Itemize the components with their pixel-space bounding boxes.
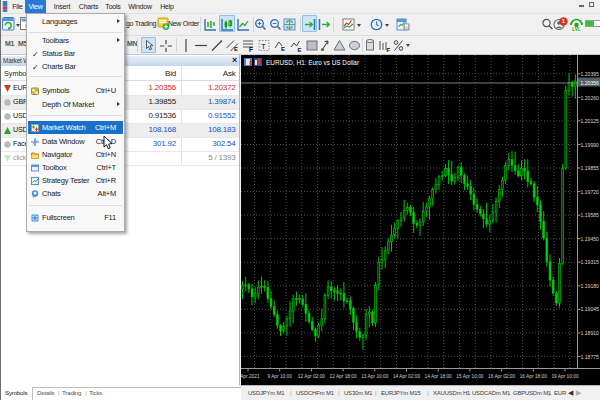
svg-text:1.19855: 1.19855 <box>581 165 600 171</box>
svg-text:1.20356: 1.20356 <box>581 80 600 86</box>
svg-text:8 Apr 2021: 8 Apr 2021 <box>241 374 260 379</box>
svg-text:T: T <box>261 42 266 51</box>
svg-text:1.19990: 1.19990 <box>581 142 600 148</box>
svg-text:1.20395: 1.20395 <box>581 71 600 77</box>
svg-text:19 Apr 10:00: 19 Apr 10:00 <box>551 374 579 379</box>
svg-text:E: E <box>298 47 302 53</box>
svg-text:1.19180: 1.19180 <box>581 283 600 289</box>
svg-text:1.19315: 1.19315 <box>581 259 600 265</box>
svg-text:15 Apr 10:00: 15 Apr 10:00 <box>456 374 484 379</box>
svg-text:1.20125: 1.20125 <box>581 118 600 124</box>
svg-text:12 Apr 02:00: 12 Apr 02:00 <box>298 374 326 379</box>
svg-text:1.20260: 1.20260 <box>581 95 600 101</box>
svg-text:1.19045: 1.19045 <box>581 306 600 312</box>
svg-text:F: F <box>249 46 253 53</box>
svg-text:13 Apr 10:00: 13 Apr 10:00 <box>361 374 389 379</box>
svg-text:1.19720: 1.19720 <box>581 189 600 195</box>
svg-text:12 Apr 18:00: 12 Apr 18:00 <box>329 374 357 379</box>
svg-text:16 Apr 02:00: 16 Apr 02:00 <box>488 374 516 379</box>
svg-text:9 Apr 10:00: 9 Apr 10:00 <box>267 374 292 379</box>
svg-text:EURUSD, H1: Euro vs US Dollar: EURUSD, H1: Euro vs US Dollar <box>266 59 360 66</box>
svg-text:14 Apr 02:00: 14 Apr 02:00 <box>393 374 421 379</box>
svg-text:E: E <box>234 46 238 52</box>
svg-text:1.18910: 1.18910 <box>581 330 600 336</box>
svg-text:1.18775: 1.18775 <box>581 354 600 360</box>
svg-text:E: E <box>281 46 285 52</box>
svg-text:1.19585: 1.19585 <box>581 212 600 218</box>
svg-text:F: F <box>387 47 391 53</box>
svg-text:14 Apr 18:00: 14 Apr 18:00 <box>425 374 453 379</box>
svg-text:16 Apr 18:00: 16 Apr 18:00 <box>520 374 548 379</box>
svg-text:LVL: LVL <box>572 27 581 32</box>
svg-text:1.19450: 1.19450 <box>581 236 600 242</box>
